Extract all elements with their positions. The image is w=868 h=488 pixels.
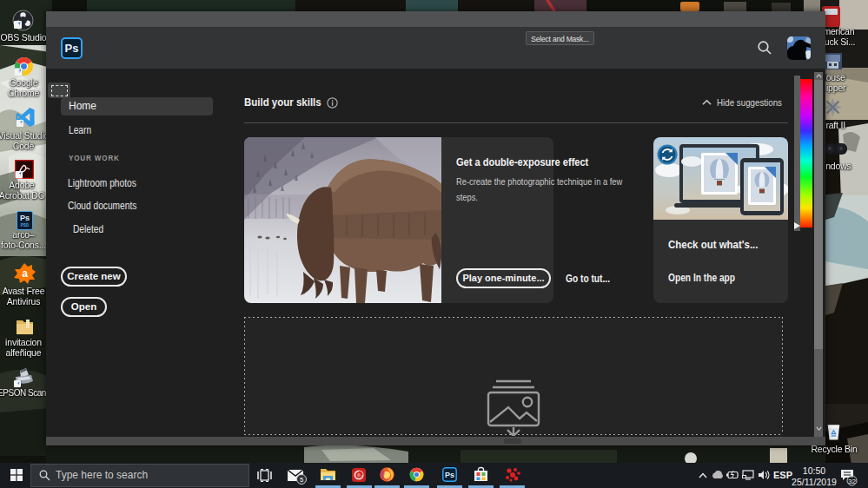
svg-text:Ps: Ps bbox=[445, 471, 454, 479]
svg-text:a: a bbox=[22, 267, 28, 280]
svg-text:32: 32 bbox=[848, 478, 856, 485]
svg-text:PSD: PSD bbox=[21, 223, 30, 228]
svg-text:Ps: Ps bbox=[20, 214, 30, 222]
svg-text:5: 5 bbox=[300, 476, 303, 484]
